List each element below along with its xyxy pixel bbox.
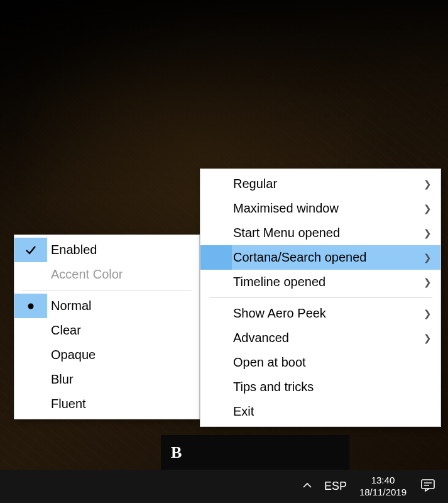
menu-gutter xyxy=(14,238,47,262)
menu-label: Opaque xyxy=(47,348,190,362)
submenu-item-blur[interactable]: Blur xyxy=(14,367,199,392)
submenu-arrow-icon: ❯ xyxy=(419,179,432,190)
menu-gutter xyxy=(14,343,47,367)
context-menu-submenu: Enabled Accent Color Normal Clear Opaque… xyxy=(14,235,200,419)
menu-label: Fluent xyxy=(47,397,190,411)
menu-item-show-aero-peek[interactable]: Show Aero Peek ❯ xyxy=(200,301,440,326)
submenu-arrow-icon: ❯ xyxy=(419,252,432,263)
menu-label: Maximised window xyxy=(232,201,419,216)
action-center-button[interactable] xyxy=(413,470,443,503)
menu-label: Tips and tricks xyxy=(232,380,432,394)
tray-overflow-button[interactable] xyxy=(297,470,318,503)
submenu-item-fluent[interactable]: Fluent xyxy=(14,392,199,416)
menu-label: Timeline opened xyxy=(232,275,419,289)
menu-gutter xyxy=(200,375,232,399)
menu-label: Start Menu opened xyxy=(232,226,419,240)
menu-item-timeline-opened[interactable]: Timeline opened ❯ xyxy=(200,270,440,294)
menu-gutter xyxy=(200,301,232,326)
menu-label: Blur xyxy=(47,372,190,387)
notification-icon xyxy=(420,478,435,495)
menu-gutter xyxy=(200,270,232,294)
menu-label: Normal xyxy=(47,299,190,313)
menu-gutter xyxy=(200,221,232,245)
submenu-item-normal[interactable]: Normal xyxy=(14,294,199,318)
menu-gutter xyxy=(14,392,47,416)
menu-item-advanced[interactable]: Advanced ❯ xyxy=(200,326,440,350)
menu-separator xyxy=(22,290,192,290)
clock-date: 18/11/2019 xyxy=(359,487,407,499)
menu-label: Accent Color xyxy=(47,267,190,282)
menu-gutter xyxy=(200,196,232,221)
menu-item-maximised-window[interactable]: Maximised window ❯ xyxy=(200,196,440,221)
submenu-item-accent-color: Accent Color xyxy=(14,262,199,287)
menu-label: Clear xyxy=(47,323,190,338)
clock-time: 13:40 xyxy=(359,475,407,487)
background-app-panel: B xyxy=(161,435,349,470)
menu-item-cortana-search-opened[interactable]: Cortana/Search opened ❯ xyxy=(200,245,440,270)
submenu-arrow-icon: ❯ xyxy=(419,277,432,288)
menu-item-tips-and-tricks[interactable]: Tips and tricks xyxy=(200,375,440,399)
submenu-item-enabled[interactable]: Enabled xyxy=(14,238,199,262)
menu-label: Advanced xyxy=(232,331,419,345)
menu-item-open-at-boot[interactable]: Open at boot xyxy=(200,350,440,375)
menu-label: Cortana/Search opened xyxy=(232,250,419,265)
menu-separator xyxy=(209,297,432,298)
submenu-arrow-icon: ❯ xyxy=(419,228,432,239)
submenu-item-opaque[interactable]: Opaque xyxy=(14,343,199,367)
submenu-item-clear[interactable]: Clear xyxy=(14,318,199,343)
menu-gutter xyxy=(200,350,232,375)
menu-label: Exit xyxy=(232,404,432,419)
menu-label: Show Aero Peek xyxy=(232,306,419,321)
menu-gutter xyxy=(14,367,47,392)
menu-gutter xyxy=(200,399,232,424)
language-indicator[interactable]: ESP xyxy=(318,470,353,503)
menu-gutter xyxy=(200,245,232,270)
submenu-arrow-icon: ❯ xyxy=(419,333,432,344)
submenu-arrow-icon: ❯ xyxy=(419,308,432,319)
language-label: ESP xyxy=(324,480,347,493)
menu-gutter xyxy=(14,262,47,287)
submenu-arrow-icon: ❯ xyxy=(419,203,432,214)
menu-item-exit[interactable]: Exit xyxy=(200,399,440,424)
menu-label: Regular xyxy=(232,177,419,191)
menu-gutter xyxy=(14,318,47,343)
chevron-up-icon xyxy=(302,480,312,493)
menu-gutter xyxy=(14,294,47,318)
menu-label: Open at boot xyxy=(232,355,432,370)
menu-item-regular[interactable]: Regular ❯ xyxy=(200,172,440,196)
menu-gutter xyxy=(200,172,232,196)
svg-rect-1 xyxy=(422,480,434,489)
svg-point-0 xyxy=(28,303,34,309)
radio-icon xyxy=(27,302,35,310)
menu-item-start-menu-opened[interactable]: Start Menu opened ❯ xyxy=(200,221,440,245)
check-icon xyxy=(25,244,37,257)
menu-gutter xyxy=(200,326,232,350)
context-menu-main: Regular ❯ Maximised window ❯ Start Menu … xyxy=(200,169,441,427)
app-logo: B xyxy=(171,443,182,462)
menu-label: Enabled xyxy=(47,243,190,257)
taskbar-clock[interactable]: 13:40 18/11/2019 xyxy=(353,470,413,503)
taskbar: ESP 13:40 18/11/2019 xyxy=(0,470,448,503)
